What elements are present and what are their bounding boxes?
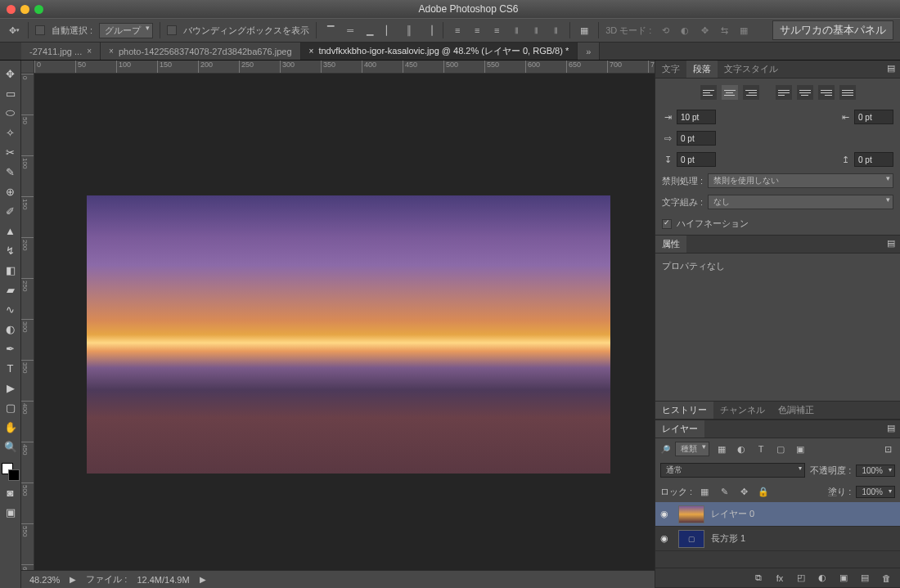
lock-trans-icon[interactable]: ▦ (697, 484, 712, 499)
auto-select-checkbox[interactable] (35, 25, 45, 35)
mask-icon[interactable]: ◰ (794, 571, 808, 586)
dist-left-icon[interactable]: ⦀ (509, 23, 524, 38)
document-canvas[interactable] (87, 195, 610, 474)
visibility-icon[interactable]: ◉ (660, 533, 672, 544)
close-icon[interactable]: × (109, 47, 114, 56)
history-brush-tool[interactable]: ↯ (2, 242, 20, 258)
workspace-button[interactable]: サルワカの基本パネル (772, 20, 893, 40)
move-tool[interactable]: ✥ (2, 65, 20, 82)
shape-tool[interactable]: ▢ (2, 399, 20, 415)
kinsoku-dropdown[interactable]: 禁則を使用しない (708, 173, 893, 188)
filter-pixel-icon[interactable]: ▦ (714, 442, 729, 456)
justify-left-btn[interactable] (776, 85, 792, 100)
space-after-input[interactable] (854, 152, 893, 167)
tab-history[interactable]: ヒストリー (655, 402, 713, 419)
status-dropdown-icon[interactable]: ▶ (200, 575, 206, 584)
align-right-icon[interactable]: ▕ (421, 23, 436, 38)
align-left-icon[interactable]: ▏ (382, 23, 397, 38)
justify-right-btn[interactable] (818, 85, 835, 100)
dist-vcenter-icon[interactable]: ≡ (470, 23, 484, 38)
align-center-btn[interactable] (722, 85, 738, 100)
zoom-window[interactable] (34, 5, 43, 14)
dist-top-icon[interactable]: ≡ (450, 23, 465, 38)
justify-all-btn[interactable] (839, 85, 856, 100)
marquee-tool[interactable]: ▭ (2, 85, 20, 101)
tab-properties[interactable]: 属性 (655, 236, 686, 253)
panel-menu-icon[interactable]: ▤ (882, 61, 900, 78)
eyedropper-tool[interactable]: ✎ (2, 164, 20, 180)
move-tool-icon[interactable]: ✥▾ (7, 23, 21, 38)
doc-tab-0[interactable]: -27411.jpg ...× (21, 43, 101, 60)
filter-smart-icon[interactable]: ▣ (793, 442, 808, 456)
filter-adjust-icon[interactable]: ◐ (734, 442, 749, 456)
brush-tool[interactable]: ✐ (2, 203, 20, 219)
tab-paragraph[interactable]: 段落 (686, 61, 718, 78)
dist-hcenter-icon[interactable]: ⦀ (529, 23, 543, 38)
hyphenation-checkbox[interactable] (662, 219, 672, 229)
hand-tool[interactable]: ✋ (2, 419, 20, 435)
link-icon[interactable]: ⧉ (751, 571, 766, 586)
zoom-tool[interactable]: 🔍 (2, 438, 20, 455)
align-top-icon[interactable]: ▔ (323, 23, 338, 38)
type-tool[interactable]: T (2, 360, 20, 376)
minimize-window[interactable] (20, 5, 29, 14)
indent-left-input[interactable] (677, 110, 716, 124)
canvas-area[interactable]: 0501001502002503003504004505005506006507… (21, 61, 655, 588)
mojikumi-dropdown[interactable]: なし (708, 195, 893, 209)
new-layer-icon[interactable]: ▤ (857, 571, 872, 586)
dist-bottom-icon[interactable]: ≡ (489, 23, 504, 38)
align-left-btn[interactable] (700, 85, 717, 100)
zoom-value[interactable]: 48.23% (29, 575, 60, 585)
adjust-icon[interactable]: ◐ (815, 571, 830, 586)
screenmode-tool[interactable]: ▣ (2, 504, 20, 520)
stamp-tool[interactable]: ▲ (2, 222, 20, 239)
indent-right-input[interactable] (854, 110, 893, 124)
wand-tool[interactable]: ✧ (2, 124, 20, 141)
panel-menu-icon[interactable]: ▤ (882, 420, 900, 438)
layer-row[interactable]: ◉ ▢ 長方形 1 (655, 527, 900, 551)
gradient-tool[interactable]: ▰ (2, 281, 20, 298)
lock-all-icon[interactable]: 🔒 (756, 484, 771, 499)
trash-icon[interactable]: 🗑 (879, 571, 893, 586)
crop-tool[interactable]: ✂ (2, 144, 20, 160)
panel-menu-icon[interactable]: ▤ (882, 236, 900, 253)
auto-align-icon[interactable]: ▦ (577, 23, 592, 38)
doc-tab-2[interactable]: ×tndvfkxkbho-igor-kasalovic.jpg @ 48.2% … (301, 43, 578, 60)
layer-name[interactable]: 長方形 1 (711, 532, 745, 545)
align-vcenter-icon[interactable]: ═ (343, 23, 358, 38)
path-select-tool[interactable]: ▶ (2, 379, 20, 396)
close-icon[interactable]: × (87, 47, 92, 56)
auto-select-dropdown[interactable]: グループ (99, 23, 153, 38)
doc-tab-1[interactable]: ×photo-1422568374078-27d3842ba676.jpeg (101, 43, 301, 60)
fx-icon[interactable]: fx (772, 571, 787, 586)
tabs-overflow[interactable]: » (578, 43, 600, 60)
group-icon[interactable]: ▣ (836, 571, 851, 586)
blend-mode-dropdown[interactable]: 通常 (660, 463, 805, 478)
justify-center-btn[interactable] (797, 85, 813, 100)
opacity-input[interactable]: 100% (856, 465, 895, 477)
indent-first-input[interactable] (677, 131, 716, 146)
color-swatches[interactable] (2, 463, 20, 481)
filter-toggle-icon[interactable]: ⊡ (880, 442, 895, 456)
fill-input[interactable]: 100% (856, 486, 895, 498)
dist-right-icon[interactable]: ⦀ (548, 23, 563, 38)
bbox-checkbox[interactable] (167, 25, 177, 35)
close-window[interactable] (7, 5, 16, 14)
pen-tool[interactable]: ✒ (2, 340, 20, 357)
heal-tool[interactable]: ⊕ (2, 183, 20, 200)
filter-type-icon[interactable]: T (754, 442, 768, 456)
layer-thumb[interactable]: ▢ (678, 530, 704, 548)
layer-name[interactable]: レイヤー 0 (711, 508, 754, 520)
lock-move-icon[interactable]: ✥ (736, 484, 751, 499)
tab-character[interactable]: 文字 (655, 61, 686, 78)
close-icon[interactable]: × (309, 47, 314, 56)
tab-adjustments[interactable]: 色調補正 (772, 402, 821, 419)
eraser-tool[interactable]: ◧ (2, 262, 20, 278)
filter-shape-icon[interactable]: ▢ (773, 442, 788, 456)
lock-paint-icon[interactable]: ✎ (717, 484, 731, 499)
align-hcenter-icon[interactable]: ║ (402, 23, 416, 38)
align-bottom-icon[interactable]: ▁ (362, 23, 377, 38)
dodge-tool[interactable]: ◐ (2, 321, 20, 337)
tab-layers[interactable]: レイヤー (655, 420, 704, 438)
visibility-icon[interactable]: ◉ (660, 509, 672, 519)
